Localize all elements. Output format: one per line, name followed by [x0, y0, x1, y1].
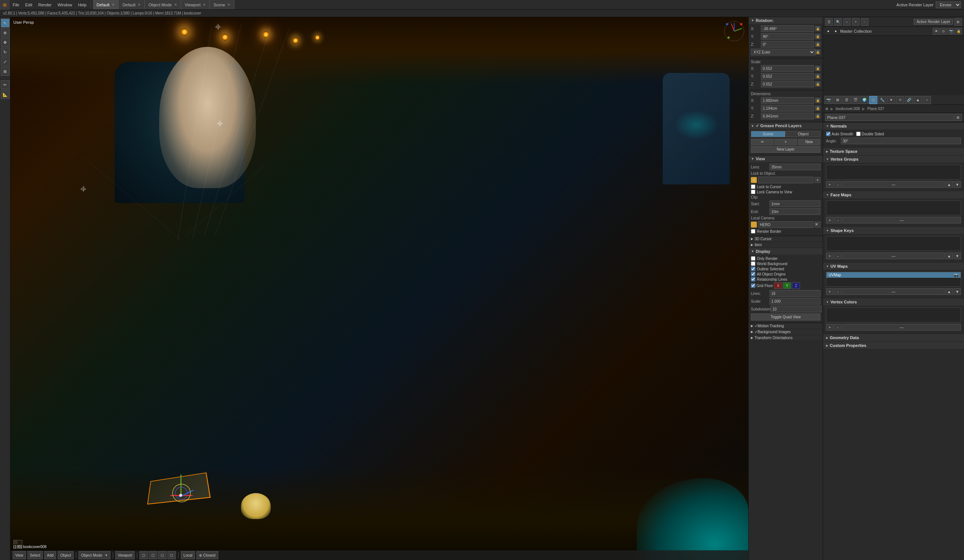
close-icon[interactable]: ✕	[112, 3, 114, 7]
render-border-checkbox[interactable]	[751, 229, 756, 233]
vertex-colors-list[interactable]	[826, 308, 961, 322]
vc-add-btn[interactable]: +	[826, 324, 834, 330]
dim-y-lock[interactable]: 🔒	[815, 106, 821, 111]
3d-cursor-header[interactable]: ▶ 3D Cursor	[749, 236, 823, 242]
world-props-btn[interactable]: 🌍	[860, 96, 868, 104]
dim-x-lock[interactable]: 🔒	[815, 98, 821, 103]
only-render-row[interactable]: Only Render	[751, 256, 821, 260]
vg-down-btn[interactable]: ▼	[954, 181, 961, 188]
lock-object-clear-btn[interactable]: ✕	[814, 177, 821, 183]
view-layer-props-btn[interactable]: ☰	[842, 96, 850, 104]
uv-maps-list[interactable]: UVMap 📷	[826, 272, 961, 287]
uv-up-btn[interactable]: ▲	[945, 288, 953, 295]
only-render-checkbox[interactable]	[751, 256, 756, 260]
viewport[interactable]: User Persp (190) bookcover008 View	[10, 17, 748, 560]
sk-up-btn[interactable]: ▲	[945, 252, 953, 259]
sk-center-btn[interactable]: —	[842, 252, 944, 259]
lock-camera-row[interactable]: Lock Camera to View	[751, 190, 821, 194]
scale-y-input[interactable]	[761, 73, 814, 80]
all-origins-checkbox[interactable]	[751, 272, 756, 276]
lock-object-input[interactable]	[758, 177, 813, 183]
lock-camera-checkbox[interactable]	[751, 190, 756, 194]
fm-add-btn[interactable]: +	[826, 217, 834, 223]
vg-add-btn[interactable]: +	[826, 181, 834, 188]
scale-z-lock[interactable]: 🔒	[815, 81, 821, 87]
shape-keys-list[interactable]	[826, 236, 961, 251]
gp-new-btn[interactable]: New	[798, 139, 821, 145]
background-images-header[interactable]: ▶ ✓ Background Images	[749, 329, 823, 335]
rotation-header[interactable]: ▼ Rotation:	[749, 17, 823, 24]
grid-scale-input[interactable]	[770, 298, 821, 304]
dim-x-input[interactable]	[761, 97, 814, 104]
close-icon[interactable]: ✕	[174, 3, 177, 7]
uv-add-btn[interactable]: +	[826, 288, 834, 295]
double-sided-label[interactable]: Double Sided	[856, 132, 884, 136]
viewport-object-menu[interactable]: Object	[58, 551, 73, 559]
move-tool-btn[interactable]: ✥	[1, 38, 10, 47]
all-origins-row[interactable]: All Object Origins	[751, 272, 821, 276]
workspace-viewport[interactable]: Viewport ✕	[181, 0, 210, 9]
rotation-y-lock[interactable]: 🔒	[815, 34, 821, 39]
vg-center-btn[interactable]: —	[842, 181, 944, 188]
transform-orientations-header[interactable]: ▶ Transform Orientations	[749, 335, 823, 341]
data-props-btn[interactable]: ▲	[914, 96, 922, 104]
view-header[interactable]: ▼ View	[749, 155, 823, 162]
angle-input[interactable]	[841, 138, 961, 144]
auto-smooth-checkbox[interactable]	[826, 132, 830, 136]
scale-x-input[interactable]	[761, 65, 814, 72]
particles-props-btn[interactable]: ✦	[887, 96, 895, 104]
rotation-y-input[interactable]	[761, 33, 814, 40]
shape-keys-header[interactable]: ▼ Shape Keys	[823, 227, 964, 234]
outliner-filter-btn[interactable]: 🔍	[834, 18, 842, 26]
menu-help[interactable]: Help	[75, 0, 90, 9]
material-props-btn[interactable]: ○	[923, 96, 931, 104]
scale-tool-btn[interactable]: ⤢	[1, 57, 10, 66]
grid-z-btn[interactable]: Z	[792, 282, 800, 289]
scale-x-lock[interactable]: 🔒	[815, 66, 821, 71]
viewport-view-menu[interactable]: View	[13, 551, 26, 559]
wireframe-btn[interactable]: ⬡	[140, 551, 148, 559]
collection-sel-btn[interactable]: ⊙	[940, 28, 947, 34]
object-name-btn[interactable]: ⊞	[954, 114, 962, 121]
uvmap-selected-item[interactable]: UVMap 📷	[826, 272, 961, 278]
display-header[interactable]: ▼ Display	[749, 248, 823, 255]
sk-add-btn[interactable]: +	[826, 252, 834, 259]
pivot-point-btn[interactable]: Local	[181, 551, 195, 559]
rotation-z-input[interactable]	[761, 41, 814, 47]
outline-selected-checkbox[interactable]	[751, 267, 756, 271]
world-bg-row[interactable]: World Background	[751, 261, 821, 266]
vertex-groups-list[interactable]	[826, 165, 961, 180]
viewport-mode-selector[interactable]: Object Mode ▼	[78, 551, 111, 559]
world-bg-checkbox[interactable]	[751, 261, 756, 266]
menu-render[interactable]: Render	[35, 0, 55, 9]
gp-edit-btn[interactable]: ✏	[751, 139, 773, 145]
vc-center-btn[interactable]: —	[842, 324, 961, 330]
collection-render-btn[interactable]: 📷	[948, 28, 954, 34]
gp-tab-scene[interactable]: Scene	[751, 131, 785, 137]
object-props-btn[interactable]: ⬡	[869, 96, 877, 104]
rotation-mode-lock[interactable]: 🔒	[815, 49, 821, 55]
motion-tracking-header[interactable]: ▶ ✓ Motion Tracking	[749, 323, 823, 329]
rendered-btn[interactable]: ⬡	[168, 551, 176, 559]
vertex-groups-header[interactable]: ▼ Vertex Groups	[823, 155, 964, 163]
outliner-expand-btn[interactable]: +	[852, 18, 860, 26]
object-name-input[interactable]	[825, 114, 954, 121]
vc-remove-btn[interactable]: -	[834, 324, 842, 330]
uv-maps-header[interactable]: ▼ UV Maps	[823, 262, 964, 270]
lines-input[interactable]	[770, 290, 821, 297]
collection-vis-btn[interactable]: 👁	[933, 28, 940, 34]
grease-pencil-header[interactable]: ▼ ✓ Grease Pencil Layers	[749, 122, 823, 129]
scale-z-input[interactable]	[761, 81, 814, 87]
geometry-data-header[interactable]: ▶ Geometry Data	[823, 334, 964, 342]
item-header[interactable]: ▶ Item	[749, 242, 823, 248]
fm-center-btn[interactable]: —	[842, 217, 961, 223]
outliner-collapse-btn[interactable]: -	[861, 18, 868, 26]
gp-new-layer-btn[interactable]: New Layer	[751, 146, 821, 153]
modifier-props-btn[interactable]: 🔧	[878, 96, 886, 104]
cursor-tool-btn[interactable]: ⊕	[1, 28, 10, 37]
rotation-x-lock[interactable]: 🔒	[815, 26, 821, 31]
menu-file[interactable]: File	[10, 0, 22, 9]
local-camera-clear[interactable]: ✕	[814, 221, 821, 228]
lock-to-cursor-checkbox[interactable]	[751, 184, 756, 189]
rotation-z-lock[interactable]: 🔒	[815, 42, 821, 47]
